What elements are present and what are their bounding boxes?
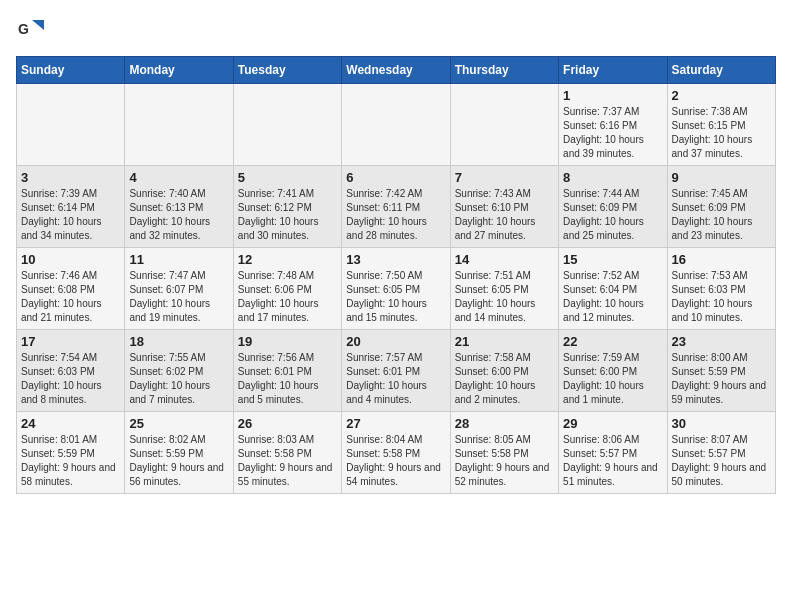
day-info: Sunrise: 7:52 AM Sunset: 6:04 PM Dayligh… — [563, 269, 662, 325]
day-cell-4: 4Sunrise: 7:40 AM Sunset: 6:13 PM Daylig… — [125, 166, 233, 248]
day-number: 28 — [455, 416, 554, 431]
day-number: 30 — [672, 416, 771, 431]
day-number: 16 — [672, 252, 771, 267]
day-number: 1 — [563, 88, 662, 103]
day-cell-14: 14Sunrise: 7:51 AM Sunset: 6:05 PM Dayli… — [450, 248, 558, 330]
day-cell-18: 18Sunrise: 7:55 AM Sunset: 6:02 PM Dayli… — [125, 330, 233, 412]
day-cell-25: 25Sunrise: 8:02 AM Sunset: 5:59 PM Dayli… — [125, 412, 233, 494]
day-info: Sunrise: 7:39 AM Sunset: 6:14 PM Dayligh… — [21, 187, 120, 243]
day-cell-12: 12Sunrise: 7:48 AM Sunset: 6:06 PM Dayli… — [233, 248, 341, 330]
day-cell-19: 19Sunrise: 7:56 AM Sunset: 6:01 PM Dayli… — [233, 330, 341, 412]
empty-cell — [233, 84, 341, 166]
day-cell-13: 13Sunrise: 7:50 AM Sunset: 6:05 PM Dayli… — [342, 248, 450, 330]
day-cell-6: 6Sunrise: 7:42 AM Sunset: 6:11 PM Daylig… — [342, 166, 450, 248]
day-info: Sunrise: 8:03 AM Sunset: 5:58 PM Dayligh… — [238, 433, 337, 489]
day-info: Sunrise: 7:41 AM Sunset: 6:12 PM Dayligh… — [238, 187, 337, 243]
day-cell-29: 29Sunrise: 8:06 AM Sunset: 5:57 PM Dayli… — [559, 412, 667, 494]
weekday-header-thursday: Thursday — [450, 57, 558, 84]
day-cell-8: 8Sunrise: 7:44 AM Sunset: 6:09 PM Daylig… — [559, 166, 667, 248]
empty-cell — [17, 84, 125, 166]
day-info: Sunrise: 8:04 AM Sunset: 5:58 PM Dayligh… — [346, 433, 445, 489]
day-cell-7: 7Sunrise: 7:43 AM Sunset: 6:10 PM Daylig… — [450, 166, 558, 248]
weekday-header-sunday: Sunday — [17, 57, 125, 84]
day-info: Sunrise: 7:48 AM Sunset: 6:06 PM Dayligh… — [238, 269, 337, 325]
day-info: Sunrise: 7:56 AM Sunset: 6:01 PM Dayligh… — [238, 351, 337, 407]
day-cell-15: 15Sunrise: 7:52 AM Sunset: 6:04 PM Dayli… — [559, 248, 667, 330]
day-cell-24: 24Sunrise: 8:01 AM Sunset: 5:59 PM Dayli… — [17, 412, 125, 494]
day-number: 23 — [672, 334, 771, 349]
page-header: G — [16, 16, 776, 44]
weekday-header-tuesday: Tuesday — [233, 57, 341, 84]
day-number: 4 — [129, 170, 228, 185]
day-cell-27: 27Sunrise: 8:04 AM Sunset: 5:58 PM Dayli… — [342, 412, 450, 494]
day-info: Sunrise: 7:46 AM Sunset: 6:08 PM Dayligh… — [21, 269, 120, 325]
day-info: Sunrise: 8:07 AM Sunset: 5:57 PM Dayligh… — [672, 433, 771, 489]
day-number: 15 — [563, 252, 662, 267]
empty-cell — [342, 84, 450, 166]
logo-icon: G — [16, 16, 44, 44]
calendar-week-1: 1Sunrise: 7:37 AM Sunset: 6:16 PM Daylig… — [17, 84, 776, 166]
day-number: 26 — [238, 416, 337, 431]
weekday-header-friday: Friday — [559, 57, 667, 84]
day-number: 25 — [129, 416, 228, 431]
day-info: Sunrise: 7:40 AM Sunset: 6:13 PM Dayligh… — [129, 187, 228, 243]
weekday-header-wednesday: Wednesday — [342, 57, 450, 84]
day-cell-22: 22Sunrise: 7:59 AM Sunset: 6:00 PM Dayli… — [559, 330, 667, 412]
day-info: Sunrise: 7:45 AM Sunset: 6:09 PM Dayligh… — [672, 187, 771, 243]
day-info: Sunrise: 8:00 AM Sunset: 5:59 PM Dayligh… — [672, 351, 771, 407]
day-info: Sunrise: 7:59 AM Sunset: 6:00 PM Dayligh… — [563, 351, 662, 407]
day-number: 8 — [563, 170, 662, 185]
day-info: Sunrise: 7:58 AM Sunset: 6:00 PM Dayligh… — [455, 351, 554, 407]
day-number: 6 — [346, 170, 445, 185]
day-number: 11 — [129, 252, 228, 267]
day-cell-3: 3Sunrise: 7:39 AM Sunset: 6:14 PM Daylig… — [17, 166, 125, 248]
day-cell-21: 21Sunrise: 7:58 AM Sunset: 6:00 PM Dayli… — [450, 330, 558, 412]
day-info: Sunrise: 8:02 AM Sunset: 5:59 PM Dayligh… — [129, 433, 228, 489]
day-info: Sunrise: 8:06 AM Sunset: 5:57 PM Dayligh… — [563, 433, 662, 489]
day-cell-26: 26Sunrise: 8:03 AM Sunset: 5:58 PM Dayli… — [233, 412, 341, 494]
day-info: Sunrise: 7:38 AM Sunset: 6:15 PM Dayligh… — [672, 105, 771, 161]
day-cell-1: 1Sunrise: 7:37 AM Sunset: 6:16 PM Daylig… — [559, 84, 667, 166]
day-cell-10: 10Sunrise: 7:46 AM Sunset: 6:08 PM Dayli… — [17, 248, 125, 330]
day-info: Sunrise: 7:44 AM Sunset: 6:09 PM Dayligh… — [563, 187, 662, 243]
day-info: Sunrise: 7:53 AM Sunset: 6:03 PM Dayligh… — [672, 269, 771, 325]
day-number: 18 — [129, 334, 228, 349]
day-cell-11: 11Sunrise: 7:47 AM Sunset: 6:07 PM Dayli… — [125, 248, 233, 330]
day-info: Sunrise: 7:51 AM Sunset: 6:05 PM Dayligh… — [455, 269, 554, 325]
day-number: 21 — [455, 334, 554, 349]
day-info: Sunrise: 7:47 AM Sunset: 6:07 PM Dayligh… — [129, 269, 228, 325]
day-number: 9 — [672, 170, 771, 185]
day-number: 29 — [563, 416, 662, 431]
day-cell-17: 17Sunrise: 7:54 AM Sunset: 6:03 PM Dayli… — [17, 330, 125, 412]
empty-cell — [125, 84, 233, 166]
day-info: Sunrise: 8:05 AM Sunset: 5:58 PM Dayligh… — [455, 433, 554, 489]
day-info: Sunrise: 7:50 AM Sunset: 6:05 PM Dayligh… — [346, 269, 445, 325]
day-number: 14 — [455, 252, 554, 267]
day-cell-28: 28Sunrise: 8:05 AM Sunset: 5:58 PM Dayli… — [450, 412, 558, 494]
calendar-week-2: 3Sunrise: 7:39 AM Sunset: 6:14 PM Daylig… — [17, 166, 776, 248]
day-info: Sunrise: 7:57 AM Sunset: 6:01 PM Dayligh… — [346, 351, 445, 407]
day-number: 5 — [238, 170, 337, 185]
day-info: Sunrise: 7:55 AM Sunset: 6:02 PM Dayligh… — [129, 351, 228, 407]
svg-marker-1 — [32, 20, 44, 30]
day-number: 19 — [238, 334, 337, 349]
day-info: Sunrise: 7:54 AM Sunset: 6:03 PM Dayligh… — [21, 351, 120, 407]
day-info: Sunrise: 7:37 AM Sunset: 6:16 PM Dayligh… — [563, 105, 662, 161]
day-cell-16: 16Sunrise: 7:53 AM Sunset: 6:03 PM Dayli… — [667, 248, 775, 330]
weekday-header-saturday: Saturday — [667, 57, 775, 84]
day-number: 2 — [672, 88, 771, 103]
day-number: 24 — [21, 416, 120, 431]
day-info: Sunrise: 7:43 AM Sunset: 6:10 PM Dayligh… — [455, 187, 554, 243]
day-number: 3 — [21, 170, 120, 185]
day-number: 20 — [346, 334, 445, 349]
day-cell-23: 23Sunrise: 8:00 AM Sunset: 5:59 PM Dayli… — [667, 330, 775, 412]
calendar-table: SundayMondayTuesdayWednesdayThursdayFrid… — [16, 56, 776, 494]
calendar-week-3: 10Sunrise: 7:46 AM Sunset: 6:08 PM Dayli… — [17, 248, 776, 330]
calendar-week-4: 17Sunrise: 7:54 AM Sunset: 6:03 PM Dayli… — [17, 330, 776, 412]
empty-cell — [450, 84, 558, 166]
day-number: 13 — [346, 252, 445, 267]
day-cell-20: 20Sunrise: 7:57 AM Sunset: 6:01 PM Dayli… — [342, 330, 450, 412]
logo: G — [16, 16, 48, 44]
day-cell-5: 5Sunrise: 7:41 AM Sunset: 6:12 PM Daylig… — [233, 166, 341, 248]
day-number: 27 — [346, 416, 445, 431]
